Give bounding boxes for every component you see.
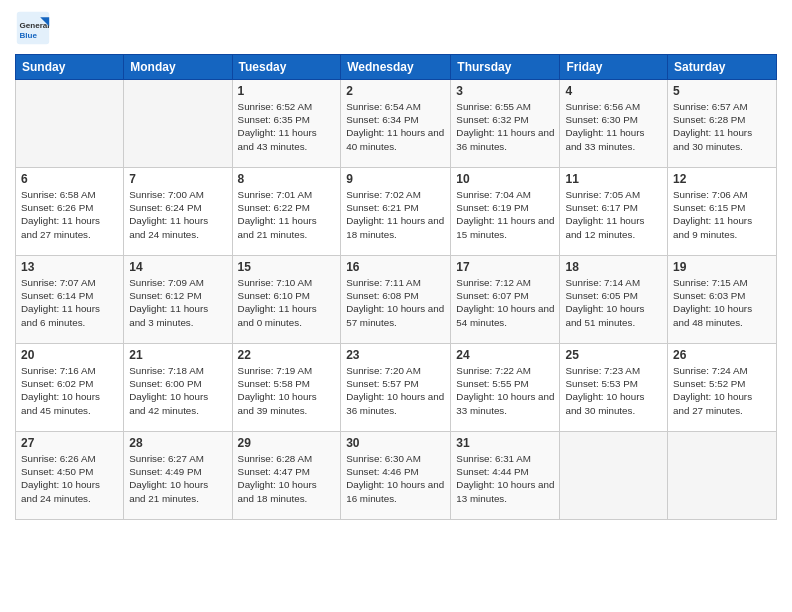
day-number: 18 bbox=[565, 260, 662, 274]
day-info: Sunrise: 7:05 AM Sunset: 6:17 PM Dayligh… bbox=[565, 188, 662, 241]
day-info: Sunrise: 6:31 AM Sunset: 4:44 PM Dayligh… bbox=[456, 452, 554, 505]
day-number: 20 bbox=[21, 348, 118, 362]
day-cell bbox=[668, 432, 777, 520]
day-info: Sunrise: 7:10 AM Sunset: 6:10 PM Dayligh… bbox=[238, 276, 336, 329]
day-header-sunday: Sunday bbox=[16, 55, 124, 80]
day-info: Sunrise: 6:52 AM Sunset: 6:35 PM Dayligh… bbox=[238, 100, 336, 153]
day-number: 16 bbox=[346, 260, 445, 274]
week-row-5: 27Sunrise: 6:26 AM Sunset: 4:50 PM Dayli… bbox=[16, 432, 777, 520]
day-number: 27 bbox=[21, 436, 118, 450]
day-info: Sunrise: 7:20 AM Sunset: 5:57 PM Dayligh… bbox=[346, 364, 445, 417]
day-cell: 20Sunrise: 7:16 AM Sunset: 6:02 PM Dayli… bbox=[16, 344, 124, 432]
day-header-tuesday: Tuesday bbox=[232, 55, 341, 80]
day-cell: 11Sunrise: 7:05 AM Sunset: 6:17 PM Dayli… bbox=[560, 168, 668, 256]
day-cell: 28Sunrise: 6:27 AM Sunset: 4:49 PM Dayli… bbox=[124, 432, 232, 520]
svg-text:Blue: Blue bbox=[20, 31, 38, 40]
day-number: 23 bbox=[346, 348, 445, 362]
day-number: 17 bbox=[456, 260, 554, 274]
day-number: 9 bbox=[346, 172, 445, 186]
day-cell bbox=[560, 432, 668, 520]
day-number: 21 bbox=[129, 348, 226, 362]
day-info: Sunrise: 7:24 AM Sunset: 5:52 PM Dayligh… bbox=[673, 364, 771, 417]
day-cell: 8Sunrise: 7:01 AM Sunset: 6:22 PM Daylig… bbox=[232, 168, 341, 256]
day-cell: 14Sunrise: 7:09 AM Sunset: 6:12 PM Dayli… bbox=[124, 256, 232, 344]
day-info: Sunrise: 7:01 AM Sunset: 6:22 PM Dayligh… bbox=[238, 188, 336, 241]
day-info: Sunrise: 7:23 AM Sunset: 5:53 PM Dayligh… bbox=[565, 364, 662, 417]
week-row-4: 20Sunrise: 7:16 AM Sunset: 6:02 PM Dayli… bbox=[16, 344, 777, 432]
day-cell: 9Sunrise: 7:02 AM Sunset: 6:21 PM Daylig… bbox=[341, 168, 451, 256]
day-number: 29 bbox=[238, 436, 336, 450]
day-cell: 22Sunrise: 7:19 AM Sunset: 5:58 PM Dayli… bbox=[232, 344, 341, 432]
day-info: Sunrise: 6:30 AM Sunset: 4:46 PM Dayligh… bbox=[346, 452, 445, 505]
day-cell: 2Sunrise: 6:54 AM Sunset: 6:34 PM Daylig… bbox=[341, 80, 451, 168]
day-cell: 10Sunrise: 7:04 AM Sunset: 6:19 PM Dayli… bbox=[451, 168, 560, 256]
day-number: 30 bbox=[346, 436, 445, 450]
calendar-header-row: SundayMondayTuesdayWednesdayThursdayFrid… bbox=[16, 55, 777, 80]
day-header-wednesday: Wednesday bbox=[341, 55, 451, 80]
day-number: 24 bbox=[456, 348, 554, 362]
day-cell: 15Sunrise: 7:10 AM Sunset: 6:10 PM Dayli… bbox=[232, 256, 341, 344]
day-cell: 6Sunrise: 6:58 AM Sunset: 6:26 PM Daylig… bbox=[16, 168, 124, 256]
day-info: Sunrise: 6:27 AM Sunset: 4:49 PM Dayligh… bbox=[129, 452, 226, 505]
day-info: Sunrise: 7:12 AM Sunset: 6:07 PM Dayligh… bbox=[456, 276, 554, 329]
day-info: Sunrise: 7:07 AM Sunset: 6:14 PM Dayligh… bbox=[21, 276, 118, 329]
day-number: 8 bbox=[238, 172, 336, 186]
day-cell: 18Sunrise: 7:14 AM Sunset: 6:05 PM Dayli… bbox=[560, 256, 668, 344]
day-info: Sunrise: 7:15 AM Sunset: 6:03 PM Dayligh… bbox=[673, 276, 771, 329]
day-cell: 24Sunrise: 7:22 AM Sunset: 5:55 PM Dayli… bbox=[451, 344, 560, 432]
day-cell: 31Sunrise: 6:31 AM Sunset: 4:44 PM Dayli… bbox=[451, 432, 560, 520]
day-cell: 25Sunrise: 7:23 AM Sunset: 5:53 PM Dayli… bbox=[560, 344, 668, 432]
day-info: Sunrise: 6:56 AM Sunset: 6:30 PM Dayligh… bbox=[565, 100, 662, 153]
day-number: 31 bbox=[456, 436, 554, 450]
day-number: 3 bbox=[456, 84, 554, 98]
day-cell: 12Sunrise: 7:06 AM Sunset: 6:15 PM Dayli… bbox=[668, 168, 777, 256]
page: General Blue SundayMondayTuesdayWednesda… bbox=[0, 0, 792, 612]
day-cell: 4Sunrise: 6:56 AM Sunset: 6:30 PM Daylig… bbox=[560, 80, 668, 168]
day-info: Sunrise: 7:06 AM Sunset: 6:15 PM Dayligh… bbox=[673, 188, 771, 241]
day-header-friday: Friday bbox=[560, 55, 668, 80]
day-cell: 21Sunrise: 7:18 AM Sunset: 6:00 PM Dayli… bbox=[124, 344, 232, 432]
calendar: SundayMondayTuesdayWednesdayThursdayFrid… bbox=[15, 54, 777, 520]
day-cell: 27Sunrise: 6:26 AM Sunset: 4:50 PM Dayli… bbox=[16, 432, 124, 520]
day-cell: 3Sunrise: 6:55 AM Sunset: 6:32 PM Daylig… bbox=[451, 80, 560, 168]
day-number: 28 bbox=[129, 436, 226, 450]
week-row-3: 13Sunrise: 7:07 AM Sunset: 6:14 PM Dayli… bbox=[16, 256, 777, 344]
day-cell: 30Sunrise: 6:30 AM Sunset: 4:46 PM Dayli… bbox=[341, 432, 451, 520]
header: General Blue bbox=[15, 10, 777, 46]
day-info: Sunrise: 7:16 AM Sunset: 6:02 PM Dayligh… bbox=[21, 364, 118, 417]
day-number: 19 bbox=[673, 260, 771, 274]
week-row-1: 1Sunrise: 6:52 AM Sunset: 6:35 PM Daylig… bbox=[16, 80, 777, 168]
day-number: 25 bbox=[565, 348, 662, 362]
day-info: Sunrise: 7:14 AM Sunset: 6:05 PM Dayligh… bbox=[565, 276, 662, 329]
logo-icon: General Blue bbox=[15, 10, 51, 46]
day-header-monday: Monday bbox=[124, 55, 232, 80]
day-number: 12 bbox=[673, 172, 771, 186]
day-cell: 16Sunrise: 7:11 AM Sunset: 6:08 PM Dayli… bbox=[341, 256, 451, 344]
day-cell: 13Sunrise: 7:07 AM Sunset: 6:14 PM Dayli… bbox=[16, 256, 124, 344]
day-number: 4 bbox=[565, 84, 662, 98]
day-cell: 26Sunrise: 7:24 AM Sunset: 5:52 PM Dayli… bbox=[668, 344, 777, 432]
day-info: Sunrise: 7:18 AM Sunset: 6:00 PM Dayligh… bbox=[129, 364, 226, 417]
day-info: Sunrise: 7:04 AM Sunset: 6:19 PM Dayligh… bbox=[456, 188, 554, 241]
day-info: Sunrise: 6:57 AM Sunset: 6:28 PM Dayligh… bbox=[673, 100, 771, 153]
day-number: 11 bbox=[565, 172, 662, 186]
day-info: Sunrise: 6:28 AM Sunset: 4:47 PM Dayligh… bbox=[238, 452, 336, 505]
day-info: Sunrise: 6:54 AM Sunset: 6:34 PM Dayligh… bbox=[346, 100, 445, 153]
day-cell: 29Sunrise: 6:28 AM Sunset: 4:47 PM Dayli… bbox=[232, 432, 341, 520]
day-cell: 7Sunrise: 7:00 AM Sunset: 6:24 PM Daylig… bbox=[124, 168, 232, 256]
day-number: 6 bbox=[21, 172, 118, 186]
day-info: Sunrise: 6:26 AM Sunset: 4:50 PM Dayligh… bbox=[21, 452, 118, 505]
day-cell: 5Sunrise: 6:57 AM Sunset: 6:28 PM Daylig… bbox=[668, 80, 777, 168]
day-info: Sunrise: 6:58 AM Sunset: 6:26 PM Dayligh… bbox=[21, 188, 118, 241]
day-number: 13 bbox=[21, 260, 118, 274]
day-info: Sunrise: 7:02 AM Sunset: 6:21 PM Dayligh… bbox=[346, 188, 445, 241]
day-info: Sunrise: 7:19 AM Sunset: 5:58 PM Dayligh… bbox=[238, 364, 336, 417]
day-info: Sunrise: 7:11 AM Sunset: 6:08 PM Dayligh… bbox=[346, 276, 445, 329]
day-cell: 19Sunrise: 7:15 AM Sunset: 6:03 PM Dayli… bbox=[668, 256, 777, 344]
day-number: 26 bbox=[673, 348, 771, 362]
day-number: 14 bbox=[129, 260, 226, 274]
day-cell bbox=[124, 80, 232, 168]
day-cell: 23Sunrise: 7:20 AM Sunset: 5:57 PM Dayli… bbox=[341, 344, 451, 432]
day-info: Sunrise: 7:00 AM Sunset: 6:24 PM Dayligh… bbox=[129, 188, 226, 241]
week-row-2: 6Sunrise: 6:58 AM Sunset: 6:26 PM Daylig… bbox=[16, 168, 777, 256]
